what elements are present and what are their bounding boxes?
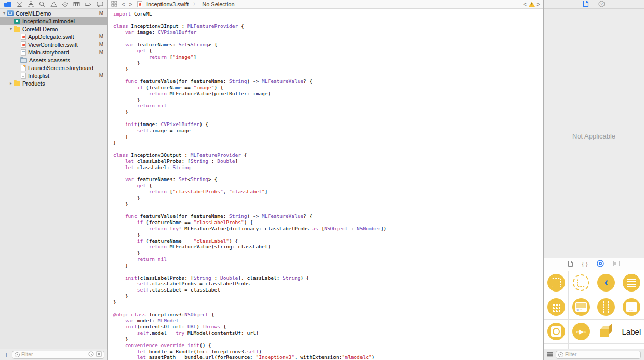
library-filter-bar: Filter	[544, 349, 644, 360]
media-library-icon[interactable]	[613, 260, 620, 268]
code-line: }	[113, 66, 543, 72]
tree-item-viewcontroller-swift[interactable]: ViewController.swiftM	[0, 40, 107, 48]
library-object-button-partial[interactable]	[569, 344, 594, 349]
library-object-navigation-back[interactable]: ‹	[594, 271, 619, 295]
modified-badge: M	[99, 73, 103, 78]
debug-navigator-icon[interactable]	[73, 1, 80, 7]
library-object-column[interactable]	[594, 295, 619, 320]
scenekit-cube-icon	[599, 325, 613, 338]
jump-bar-selection[interactable]: No Selection	[202, 1, 234, 7]
code-line: let assetPath = bundle.url(forResource: …	[113, 354, 543, 360]
library-object-page-control[interactable]	[619, 295, 644, 320]
page-control-icon	[623, 298, 640, 316]
code-line: get {	[113, 183, 543, 189]
library-view-toggle-icon[interactable]	[547, 351, 553, 358]
code-line: }	[113, 293, 543, 299]
modified-badge: M	[99, 34, 103, 39]
code-line	[113, 72, 543, 78]
library-object-scenekit-cube[interactable]	[594, 320, 619, 344]
code-line: let classLabelProbs: [String : Double]	[113, 158, 543, 164]
code-line	[113, 146, 543, 152]
next-issue-button[interactable]: >	[537, 1, 540, 7]
library-object-av-player[interactable]: «▶»	[569, 320, 594, 344]
code-area[interactable]: import CoreML class Inceptionv3Input : M…	[108, 9, 543, 360]
project-navigator-icon[interactable]	[4, 1, 11, 7]
code-line: class Inceptionv3Output : MLFeatureProvi…	[113, 152, 543, 158]
disclosure-triangle-icon[interactable]: ▸	[8, 81, 14, 86]
test-navigator-icon[interactable]	[62, 1, 69, 7]
label-object-text: Label	[622, 327, 641, 336]
disclosure-triangle-icon[interactable]: ▾	[2, 11, 7, 16]
code-line: init(classLabelProbs: [String : Double],…	[113, 275, 543, 281]
library-object-toolbar[interactable]: ★ •••	[569, 295, 594, 320]
tree-item-launchscreen-storyboard[interactable]: LaunchScreen.storyboard	[0, 64, 107, 72]
tree-item-assets-xcassets[interactable]: Assets.xcassets	[0, 56, 107, 64]
code-line: self.image = image	[113, 128, 543, 134]
svg-text:?: ?	[600, 2, 603, 6]
code-line: self.model = try MLModel(contentsOf: url…	[113, 330, 543, 336]
mlmodel-icon	[14, 19, 20, 24]
code-line: return ["classLabelProbs", "classLabel"]	[113, 189, 543, 195]
library-object-container-view[interactable]	[569, 271, 594, 295]
library-object-image-view[interactable]	[544, 320, 569, 344]
tree-item-coremldemo[interactable]: ▾CoreMLDemoM	[0, 9, 107, 17]
image-view-icon	[547, 323, 565, 340]
add-button[interactable]: +	[3, 351, 10, 358]
tree-item-appdelegate-swift[interactable]: AppDelegate.swiftM	[0, 33, 107, 40]
back-button[interactable]: <	[122, 1, 125, 7]
symbol-navigator-icon[interactable]	[28, 1, 34, 7]
library-object-collection-view[interactable]	[544, 295, 569, 320]
file-template-library-icon[interactable]	[568, 260, 573, 268]
tree-item-inceptionv3-mlmodel[interactable]: Inceptionv3.mlmodel	[0, 17, 107, 25]
disclosure-triangle-icon[interactable]: ▾	[8, 26, 14, 31]
library-object-label[interactable]: Label	[619, 320, 644, 344]
issue-navigator-icon[interactable]	[50, 1, 57, 7]
library-object-table-view[interactable]	[619, 271, 644, 295]
recent-files-clock-icon[interactable]	[88, 351, 94, 358]
find-navigator-icon[interactable]	[39, 1, 45, 7]
navigation-back-icon: ‹	[597, 274, 615, 292]
jump-bar-file[interactable]: Inceptionv3.swift	[137, 1, 189, 7]
report-navigator-icon[interactable]	[97, 1, 103, 7]
source-control-icon[interactable]	[16, 1, 23, 7]
tree-item-products[interactable]: ▸Products	[0, 79, 107, 87]
tree-item-coremldemo[interactable]: ▾CoreMLDemo	[0, 25, 107, 33]
library-object-slider-partial[interactable]	[619, 344, 644, 349]
tree-item-label: CoreMLDemo	[22, 26, 58, 32]
column-icon	[597, 298, 615, 316]
breakpoint-navigator-icon[interactable]	[85, 1, 92, 7]
code-line	[113, 17, 543, 23]
tree-item-label: Info.plist	[28, 73, 49, 79]
collection-view-icon	[547, 298, 565, 316]
object-library-icon[interactable]	[597, 260, 604, 268]
object-library-grid: ‹★ •••«▶»Label	[544, 271, 644, 349]
quick-help-icon[interactable]: ?	[598, 1, 605, 8]
library-filter-field[interactable]: Filter	[556, 351, 641, 359]
code-line	[113, 207, 543, 214]
file-inspector-icon[interactable]	[583, 0, 589, 8]
library-object-none-partial[interactable]	[544, 344, 569, 349]
navigator-filter-field[interactable]: Filter	[12, 351, 104, 359]
tree-item-main-storyboard[interactable]: Main.storyboardM	[0, 48, 107, 56]
related-items-icon[interactable]	[111, 1, 117, 8]
xcassets-icon	[20, 58, 27, 63]
navigator-filter-bar: + Filter	[0, 349, 107, 360]
library-object-view[interactable]	[544, 271, 569, 295]
code-line: }	[113, 201, 543, 207]
warning-icon[interactable]	[529, 2, 535, 7]
folder-icon	[14, 27, 20, 32]
previous-issue-button[interactable]: <	[523, 1, 526, 7]
forward-button[interactable]: >	[129, 1, 132, 7]
code-line: return ["image"]	[113, 54, 543, 60]
tree-item-info-plist[interactable]: Info.plistM	[0, 72, 107, 79]
library-object-segmented-control-partial[interactable]	[594, 344, 619, 349]
code-snippet-library-icon[interactable]: { }	[582, 261, 588, 267]
tree-item-label: AppDelegate.swift	[28, 34, 74, 40]
code-line: if (featureName == "classLabelProbs") {	[113, 219, 543, 226]
tree-item-label: Main.storyboard	[28, 49, 69, 56]
library-tab-bar: { }	[544, 258, 644, 270]
code-line: }	[113, 299, 543, 306]
unsaved-files-icon[interactable]	[96, 351, 102, 358]
code-line: }	[113, 134, 543, 140]
code-line	[113, 35, 543, 41]
